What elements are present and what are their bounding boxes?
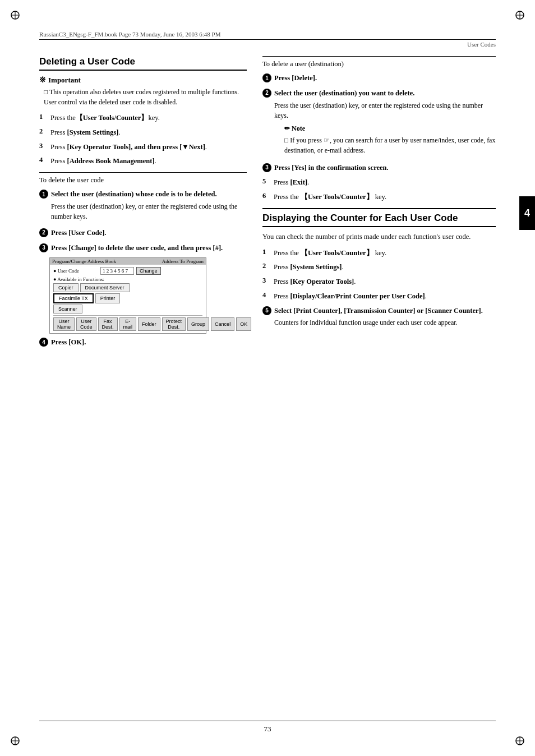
displaying-section: Displaying the Counter for Each User Cod…	[262, 208, 496, 330]
left-section-heading: Deleting a User Code	[39, 56, 247, 71]
note-box: ✏ Note □ If you press ☞, you can search …	[284, 123, 496, 155]
left-step-3: 3 Press [Key Operator Tools], and then p…	[39, 142, 247, 153]
dialog-func-buttons-2: Facsimile TX Printer	[53, 293, 202, 303]
displaying-heading: Displaying the Counter for Each User Cod…	[262, 213, 496, 227]
disp-step-5-num: 5	[262, 306, 271, 315]
dest-bullet-num-2: 2	[262, 89, 271, 98]
dialog-change-btn[interactable]: Change	[136, 267, 161, 275]
right-step-5: 5 Press [Exit].	[262, 177, 496, 188]
dialog-footer-buttons: User Name User Code Fax Dest. E-mail Fol…	[53, 315, 202, 331]
content-area: Deleting a User Code ※ Important □ This …	[39, 56, 496, 711]
corner-mark-br	[515, 736, 525, 746]
dialog-func-docserver[interactable]: Document Server	[80, 283, 130, 292]
important-title: ※ Important	[39, 75, 247, 85]
header-rule	[39, 39, 496, 40]
right-sub-section-delete-destination: To delete a user (destination) 1 Press […	[262, 56, 496, 202]
delete-bullet-3: 3 Press [Change] to delete the user code…	[39, 243, 247, 253]
header-file-info: RussianC3_ENgsg-F_FM.book Page 73 Monday…	[39, 31, 496, 38]
delete-bullet-1: 1 Select the user (destination) whose co…	[39, 189, 247, 223]
disp-step-2: 2 Press [System Settings].	[262, 262, 496, 273]
page-footer: 73	[39, 721, 496, 734]
dialog-body: ● User Code 1 2 3 4 5 6 7 Change ● Avail…	[50, 265, 206, 333]
pencil-icon: ✏	[284, 123, 290, 133]
dialog-func-buttons: Copier Document Server	[53, 283, 202, 292]
right-step-6: 6 Press the 【User Tools/Counter】 key.	[262, 192, 496, 202]
sub-section-delete-user-code: To delete the user code 1 Select the use…	[39, 172, 247, 348]
dialog-func-fax[interactable]: Facsimile TX	[53, 293, 94, 303]
dialog-functions: ● Available in Functions: Copier Documen…	[53, 276, 202, 314]
dialog-footer-group[interactable]: Group	[187, 317, 209, 331]
chapter-tab: 4	[519, 196, 535, 230]
dialog-func-copier[interactable]: Copier	[53, 283, 79, 292]
dialog-footer-ok[interactable]: OK	[236, 317, 251, 331]
displaying-intro: You can check the number of prints made …	[262, 232, 496, 242]
dialog-usercode-label: ● User Code	[53, 268, 98, 274]
bullet-num-4: 4	[39, 338, 48, 347]
dialog-func-printer[interactable]: Printer	[95, 293, 121, 303]
delete-bullet-2: 2 Press [User Code].	[39, 228, 247, 238]
left-column: Deleting a User Code ※ Important □ This …	[39, 56, 247, 711]
bullet-num-1: 1	[39, 190, 48, 199]
header-section: User Codes	[39, 41, 496, 48]
left-step-4: 4 Press [Address Book Management].	[39, 156, 247, 167]
dest-bullet-num-1: 1	[262, 73, 271, 82]
dialog-usercode-row: ● User Code 1 2 3 4 5 6 7 Change	[53, 267, 202, 275]
corner-mark-tl	[10, 10, 20, 20]
dest-bullet-1: 1 Press [Delete].	[262, 73, 496, 84]
disp-step-4: 4 Press [Display/Clear/Print Counter per…	[262, 291, 496, 302]
dialog-func-buttons-3: Scanner	[53, 305, 202, 314]
dialog-titlebar: Program/Change Address Book Address To P…	[50, 258, 206, 265]
dialog-footer-usercode[interactable]: User Code	[76, 317, 96, 331]
dialog-footer-faxdest[interactable]: Fax Dest.	[98, 317, 118, 331]
page-header: RussianC3_ENgsg-F_FM.book Page 73 Monday…	[39, 31, 496, 48]
important-icon: ※	[39, 75, 46, 85]
page-number: 73	[39, 725, 496, 734]
right-column: To delete a user (destination) 1 Press […	[262, 56, 496, 711]
dialog-title-left: Program/Change Address Book	[52, 259, 116, 264]
dest-bullet-num-3: 3	[262, 163, 271, 172]
dialog-title-right: Address To Program	[162, 259, 204, 264]
chapter-tab-number: 4	[524, 208, 530, 219]
dialog-footer-username[interactable]: User Name	[53, 317, 75, 331]
dialog-available-label: ● Available in Functions:	[53, 276, 202, 282]
dialog-usercode-value: 1 2 3 4 5 6 7	[100, 267, 134, 275]
disp-step-3: 3 Press [Key Operator Tools].	[262, 276, 496, 287]
bullet-num-2: 2	[39, 228, 48, 237]
dialog-footer-protect[interactable]: Protect Dest.	[162, 317, 186, 331]
dialog-footer-email[interactable]: E-mail	[119, 317, 137, 331]
right-sub-title-delete: To delete a user (destination)	[262, 60, 496, 68]
bullet-num-3: 3	[39, 243, 48, 252]
dest-bullet-2: 2 Select the user (destination) you want…	[262, 88, 496, 158]
dialog-mockup: Program/Change Address Book Address To P…	[49, 257, 206, 334]
sub-section-title: To delete the user code	[39, 176, 247, 185]
disp-step-1: 1 Press the 【User Tools/Counter】 key.	[262, 248, 496, 259]
dialog-footer-folder[interactable]: Folder	[138, 317, 160, 331]
left-step-2: 2 Press [System Settings].	[39, 127, 247, 138]
disp-step-5: 5 Select [Print Counter], [Transmission …	[262, 306, 496, 330]
dest-bullet-3: 3 Press [Yes] in the confirmation screen…	[262, 163, 496, 173]
important-box: ※ Important □ This operation also delete…	[39, 75, 247, 107]
footer-rule	[39, 721, 496, 721]
corner-mark-tr	[515, 10, 525, 20]
dialog-footer-cancel[interactable]: Cancel	[211, 317, 234, 331]
dialog-func-scanner[interactable]: Scanner	[53, 305, 82, 314]
corner-mark-bl	[10, 736, 20, 746]
important-text: □ This operation also deletes user codes…	[44, 87, 247, 107]
left-step-1: 1 Press the【User Tools/Counter】key.	[39, 113, 247, 123]
delete-bullet-4: 4 Press [OK].	[39, 337, 247, 348]
